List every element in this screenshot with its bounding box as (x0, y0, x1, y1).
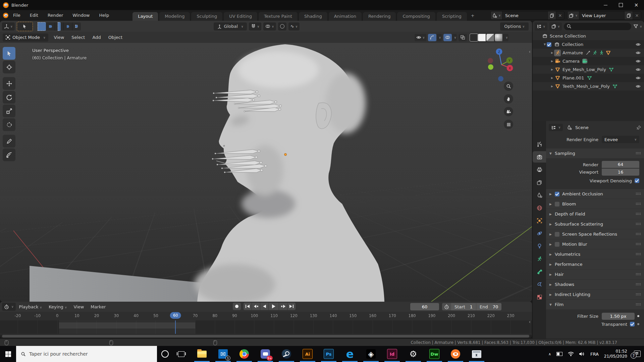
properties-section[interactable]: ▶ Motion Blur (546, 239, 644, 249)
transparent-checkbox[interactable] (630, 322, 635, 326)
shading-solid-button[interactable] (478, 34, 486, 41)
item-constraints[interactable] (533, 240, 546, 252)
end-frame-field[interactable]: End70 (476, 303, 501, 310)
section-checkbox[interactable] (555, 192, 559, 196)
unlink-scene-button[interactable]: ✕ (556, 11, 564, 19)
workspace-tab[interactable]: Layout (132, 12, 158, 21)
play-button[interactable] (269, 303, 279, 310)
drag-handle[interactable] (636, 253, 641, 255)
properties-section[interactable]: ▶ Ambient Occlusion (546, 189, 644, 199)
hide-eye-icon[interactable] (636, 84, 641, 89)
item-mail[interactable]: 1 (215, 346, 231, 362)
select-mode-extend[interactable] (46, 22, 55, 31)
tool-move[interactable] (3, 77, 15, 90)
object-name[interactable]: Collection (562, 42, 583, 47)
frame-ruler[interactable]: -20-100102030405060708090100110120130140… (0, 312, 532, 320)
section-checkbox[interactable] (555, 202, 559, 206)
drag-handle[interactable] (636, 152, 641, 155)
minimize-button[interactable] (598, 0, 613, 10)
object-name[interactable]: Plane.001 (562, 75, 584, 80)
menu-item[interactable]: Window (68, 10, 94, 21)
properties-section[interactable]: ▶ Volumetrics (546, 249, 644, 259)
item-file-explorer[interactable] (194, 346, 210, 362)
item-edge[interactable]: e (342, 346, 358, 362)
zoom-button[interactable] (504, 81, 513, 91)
item-view-layer[interactable] (533, 177, 546, 188)
section-expander-icon[interactable]: ▶ (549, 273, 555, 276)
blender-menu-icon[interactable] (3, 13, 8, 18)
start-frame-field[interactable]: Start1 (451, 303, 476, 310)
item-world[interactable] (533, 202, 546, 214)
item-output[interactable] (533, 164, 546, 175)
hide-eye-icon[interactable] (636, 75, 641, 80)
item-physics[interactable] (533, 228, 546, 239)
use-preview-range-button[interactable] (442, 303, 451, 310)
view-layer-selector[interactable]: ∨ View Layer ✕ (567, 11, 641, 20)
expander-icon[interactable]: ▼ (543, 43, 547, 46)
timeline-editor-type-button[interactable]: ∨ (2, 303, 16, 311)
viewport-menu-item[interactable]: Select (68, 35, 89, 40)
add-workspace-button[interactable]: + (468, 11, 477, 20)
section-expander-icon[interactable]: ▼ (549, 303, 555, 306)
overlays-dropdown[interactable]: ∨ (452, 34, 457, 41)
notification-center-icon[interactable]: 7 (633, 351, 641, 357)
section-expander-icon[interactable]: ▶ (549, 283, 555, 286)
object-name[interactable]: Armature (562, 50, 583, 55)
next-keyframe-button[interactable] (279, 303, 287, 310)
language-indicator[interactable]: FRA (590, 352, 599, 357)
menu-item[interactable]: Edit (25, 10, 43, 21)
outliner-search-input[interactable] (564, 23, 631, 30)
drag-handle[interactable] (636, 223, 641, 225)
object-name[interactable]: Scene Collection (550, 34, 586, 39)
prev-frame-button[interactable] (260, 303, 268, 310)
section-expander-icon[interactable]: ▶ (549, 243, 555, 246)
sidebar-collapse-arrow[interactable]: ‹ (529, 49, 531, 54)
properties-display-dropdown[interactable]: ∨ (549, 124, 563, 131)
expander-icon[interactable]: ▶ (550, 85, 554, 88)
volume-icon[interactable] (579, 352, 585, 356)
item-render[interactable] (533, 151, 546, 163)
item-object-data[interactable] (533, 253, 546, 264)
section-expander-icon[interactable]: ▶ (549, 293, 555, 296)
cortana-button[interactable] (157, 346, 173, 362)
drag-handle[interactable] (636, 263, 641, 265)
item-bone[interactable] (533, 266, 546, 277)
tool-annotate[interactable] (3, 135, 15, 147)
timeline-menu-item[interactable]: Keying∨ (45, 304, 70, 309)
object-name[interactable]: Eye_Mesh_Low_Poly (562, 67, 606, 72)
drag-handle[interactable] (636, 233, 641, 235)
expander-icon[interactable]: ▶ (550, 60, 554, 63)
properties-section[interactable]: ▶ Performance (546, 259, 644, 269)
workspace-tab[interactable]: Compositing (397, 12, 435, 21)
camera-view-button[interactable] (504, 107, 513, 116)
properties-section[interactable]: ▶ Bloom (546, 199, 644, 209)
collection-checkbox[interactable] (547, 42, 551, 47)
menu-item[interactable]: Help (95, 10, 114, 21)
new-scene-button[interactable] (547, 11, 556, 19)
viewport-denoising-checkbox[interactable] (635, 178, 639, 183)
properties-section[interactable]: ▼ Film (546, 300, 644, 309)
snap-target-dropdown[interactable]: ∨ (263, 22, 276, 31)
item-chat[interactable]: 9+ (257, 346, 273, 362)
item-photoshop[interactable]: Ps (321, 346, 337, 362)
section-expander-icon[interactable]: ▶ (549, 253, 555, 256)
outliner-row[interactable]: ▶ Camera (533, 57, 644, 65)
section-checkbox[interactable] (555, 232, 559, 237)
item-indesign[interactable]: Id (384, 346, 400, 362)
shading-material-button[interactable] (486, 34, 495, 41)
clock[interactable]: 01:52 21/05/2020 (604, 349, 627, 359)
drag-handle[interactable] (636, 193, 641, 195)
wifi-icon[interactable] (568, 352, 574, 356)
outliner-display-mode-dropdown[interactable]: ∨ (535, 22, 547, 31)
outliner-row[interactable]: ▶ Eye_Mesh_Low_Poly (533, 65, 644, 74)
remove-view-layer-button[interactable]: ✕ (633, 11, 641, 19)
navigation-gizmo[interactable]: Z Y X (480, 46, 523, 82)
object-name[interactable]: Camera (562, 59, 580, 64)
timeline-menu-item[interactable]: View (70, 304, 87, 309)
properties-section[interactable]: ▶ Hair (546, 269, 644, 279)
tool-select-box[interactable] (3, 47, 15, 60)
section-expander-icon[interactable]: ▶ (549, 263, 555, 266)
drag-handle[interactable] (636, 203, 641, 205)
snap-toggle[interactable]: ∨ (249, 22, 262, 31)
item-tool[interactable] (533, 138, 546, 150)
